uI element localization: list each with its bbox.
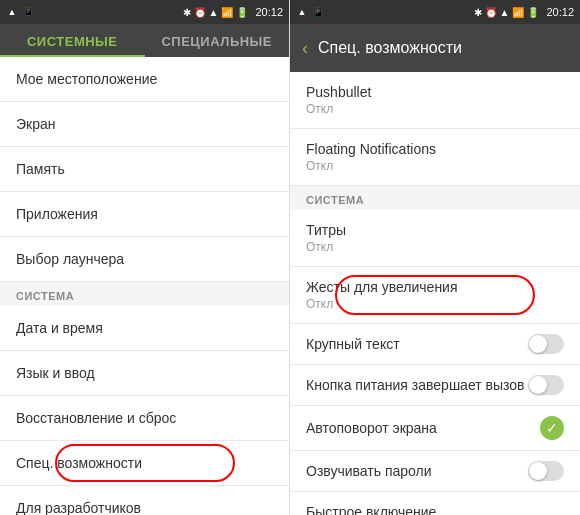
pushbullet-title: Pushbullet: [306, 84, 564, 100]
right-header: ‹ Спец. возможности: [290, 24, 580, 72]
auto-rotate-check[interactable]: ✓: [540, 416, 564, 440]
signal-icon: 📶: [221, 7, 233, 18]
right-battery-icon: 🔋: [527, 7, 539, 18]
bluetooth-icon: ✱: [183, 7, 191, 18]
left-panel: ▲ 📱 ✱ ⏰ ▲ 📶 🔋 20:12 СИСТЕМНЫЕ СПЕЦИАЛЬНЫ…: [0, 0, 290, 515]
large-text-toggle[interactable]: [528, 334, 564, 354]
right-wifi-icon: ▲: [500, 7, 510, 18]
right-item-large-text[interactable]: Крупный текст: [290, 324, 580, 365]
menu-item-restore[interactable]: Восстановление и сброс: [0, 396, 289, 441]
wifi-icon: ▲: [209, 7, 219, 18]
right-triangle-icon: ▲: [296, 6, 308, 18]
right-item-power-button[interactable]: Кнопка питания завершает вызов: [290, 365, 580, 406]
menu-item-developer[interactable]: Для разработчиков: [0, 486, 289, 515]
right-alarm-icon: ⏰: [485, 7, 497, 18]
floating-notifications-title: Floating Notifications: [306, 141, 564, 157]
right-status-bar: ▲ 📱 ✱ ⏰ ▲ 📶 🔋 20:12: [290, 0, 580, 24]
right-status-icons-right: ✱ ⏰ ▲ 📶 🔋 20:12: [474, 6, 574, 18]
left-status-right: ✱ ⏰ ▲ 📶 🔋 20:12: [183, 6, 283, 18]
power-button-toggle[interactable]: [528, 375, 564, 395]
right-phone-icon: 📱: [312, 6, 324, 18]
captions-subtitle: Откл: [306, 240, 564, 254]
right-signal-icon: 📶: [512, 7, 524, 18]
left-status-bar: ▲ 📱 ✱ ⏰ ▲ 📶 🔋 20:12: [0, 0, 289, 24]
left-tab-bar: СИСТЕМНЫЕ СПЕЦИАЛЬНЫЕ: [0, 24, 289, 57]
menu-item-screen[interactable]: Экран: [0, 102, 289, 147]
right-item-auto-rotate[interactable]: Автоповорот экрана ✓: [290, 406, 580, 451]
right-time: 20:12: [546, 6, 574, 18]
alarm-icon: ⏰: [194, 7, 206, 18]
menu-item-language[interactable]: Язык и ввод: [0, 351, 289, 396]
menu-item-location[interactable]: Мое местоположение: [0, 57, 289, 102]
right-header-title: Спец. возможности: [318, 39, 462, 57]
menu-item-memory[interactable]: Память: [0, 147, 289, 192]
phone-icon: 📱: [22, 6, 34, 18]
quick-start-title: Быстрое включение: [306, 504, 564, 515]
tab-system[interactable]: СИСТЕМНЫЕ: [0, 24, 145, 57]
large-text-label: Крупный текст: [306, 336, 400, 352]
left-time: 20:12: [255, 6, 283, 18]
right-status-icons-left: ▲ 📱: [296, 6, 324, 18]
right-item-speak-passwords[interactable]: Озвучивать пароли: [290, 451, 580, 492]
right-item-captions[interactable]: Титры Откл: [290, 210, 580, 267]
menu-item-apps[interactable]: Приложения: [0, 192, 289, 237]
right-item-quick-start[interactable]: Быстрое включение Откл: [290, 492, 580, 515]
right-item-gestures[interactable]: Жесты для увеличения Откл: [290, 267, 580, 324]
right-content: Pushbullet Откл Floating Notifications О…: [290, 72, 580, 515]
menu-item-datetime[interactable]: Дата и время: [0, 306, 289, 351]
battery-icon: 🔋: [236, 7, 248, 18]
left-menu-list: Мое местоположение Экран Память Приложен…: [0, 57, 289, 515]
gestures-subtitle: Откл: [306, 297, 564, 311]
speak-passwords-label: Озвучивать пароли: [306, 463, 432, 479]
tab-special[interactable]: СПЕЦИАЛЬНЫЕ: [145, 24, 290, 57]
triangle-icon: ▲: [6, 6, 18, 18]
pushbullet-subtitle: Откл: [306, 102, 564, 116]
power-button-label: Кнопка питания завершает вызов: [306, 377, 525, 393]
left-status-icons: ▲ 📱: [6, 6, 34, 18]
back-button[interactable]: ‹: [302, 38, 308, 59]
speak-passwords-toggle[interactable]: [528, 461, 564, 481]
right-system-header: СИСТЕМА: [290, 186, 580, 210]
menu-item-accessibility[interactable]: Спец. возможности: [0, 441, 289, 486]
left-system-header: СИСТЕМА: [0, 282, 289, 306]
gestures-title: Жесты для увеличения: [306, 279, 564, 295]
right-bluetooth-icon: ✱: [474, 7, 482, 18]
auto-rotate-label: Автоповорот экрана: [306, 420, 437, 436]
right-item-pushbullet[interactable]: Pushbullet Откл: [290, 72, 580, 129]
floating-notifications-subtitle: Откл: [306, 159, 564, 173]
captions-title: Титры: [306, 222, 564, 238]
right-panel: ▲ 📱 ✱ ⏰ ▲ 📶 🔋 20:12 ‹ Спец. возможности …: [290, 0, 580, 515]
menu-item-launcher[interactable]: Выбор лаунчера: [0, 237, 289, 282]
right-item-floating-notifications[interactable]: Floating Notifications Откл: [290, 129, 580, 186]
